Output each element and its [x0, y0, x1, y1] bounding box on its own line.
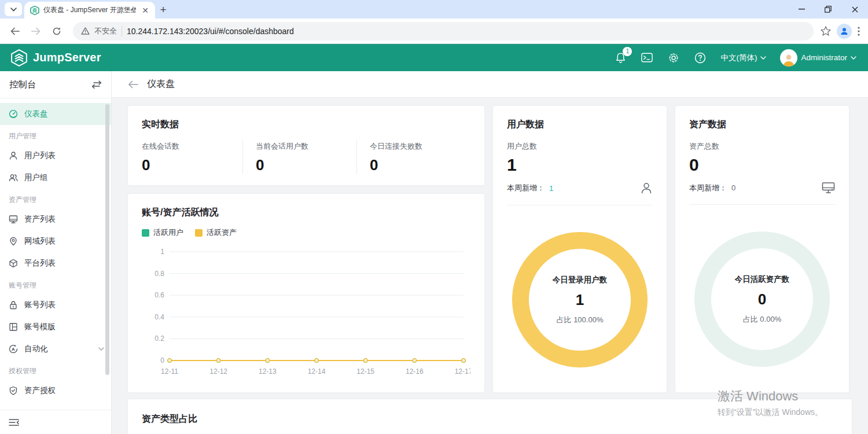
url-text[interactable]: 10.244.172.143:20023/ui/#/console/dashbo…: [127, 27, 294, 36]
legend-item[interactable]: 活跃用户: [142, 227, 183, 238]
sidebar-group-label: 授权管理: [0, 360, 111, 380]
legend-swatch: [142, 229, 149, 237]
security-label[interactable]: 不安全: [94, 26, 122, 36]
automation-icon: A: [9, 344, 18, 354]
sidebar-group-label: 账号管理: [0, 274, 111, 294]
settings-button[interactable]: [667, 52, 680, 64]
stat-value: 0: [370, 156, 470, 174]
tab-close-icon[interactable]: ✕: [140, 6, 150, 15]
sidebar-item-asset-permission[interactable]: 资产授权: [0, 380, 111, 402]
back-button[interactable]: [6, 22, 24, 41]
jumpserver-favicon-icon: [30, 6, 39, 15]
refresh-button[interactable]: [47, 22, 66, 41]
template-icon: [9, 322, 18, 332]
donut-label: 今日活跃资产数: [735, 274, 790, 285]
location-icon: [9, 237, 18, 246]
bookmark-star-icon[interactable]: [821, 26, 831, 36]
dashboard-content: 实时数据 在线会话数 0 当前会话用户数 0: [112, 98, 868, 434]
main-area: 仪表盘 实时数据 在线会话数 0: [112, 71, 868, 434]
sidebar-item-label: 用户组: [24, 172, 48, 183]
svg-text:12-15: 12-15: [356, 367, 374, 376]
asset-donut-chart: 今日活跃资产数 0 占比 0.00%: [689, 231, 835, 367]
legend-item[interactable]: 活跃资产: [195, 227, 237, 238]
sidebar-scrollbar[interactable]: [105, 104, 109, 375]
asset-weekly-row: 本周新增： 0: [689, 182, 835, 205]
notification-badge: 1: [623, 47, 632, 56]
sidebar-item-automation[interactable]: A自动化: [0, 338, 111, 360]
notification-bell-button[interactable]: 1: [614, 52, 627, 64]
window-restore-button[interactable]: [815, 0, 841, 19]
user-icon: [9, 151, 18, 160]
sidebar-menu: 仪表盘用户管理用户列表用户组资产管理资产列表网域列表平台列表账号管理账号列表账号…: [0, 98, 111, 410]
page-title: 仪表盘: [147, 78, 175, 90]
username-label: Administrator: [801, 53, 847, 62]
svg-text:12-14: 12-14: [308, 367, 326, 376]
web-terminal-button[interactable]: [641, 52, 653, 64]
asset-type-card-title: 资产类型占比: [142, 413, 838, 425]
sidebar-item-user-group[interactable]: 用户组: [0, 167, 111, 189]
cube-icon: [9, 259, 18, 268]
browser-tab[interactable]: 仪表盘 - JumpServer 开源堡垒… ✕: [24, 2, 155, 19]
activity-chart-title: 账号/资产活跃情况: [142, 207, 470, 219]
sidebar-header: 控制台: [0, 71, 111, 98]
language-selector[interactable]: 中文(简体): [720, 53, 766, 63]
help-button[interactable]: [694, 52, 707, 64]
stat-online-sessions: 在线会话数 0: [142, 140, 242, 174]
sidebar-item-platform-list[interactable]: 平台列表: [0, 252, 111, 274]
sidebar-item-label: 资产授权: [24, 385, 56, 396]
svg-text:1: 1: [160, 248, 164, 256]
monitor-icon: [9, 215, 18, 224]
minimize-icon: [799, 9, 805, 10]
donut-label: 今日登录用户数: [553, 275, 608, 285]
asset-card-title: 资产数据: [689, 119, 835, 131]
jumpserver-logo-icon: [10, 49, 28, 67]
user-weekly-row: 本周新增： 1: [507, 182, 653, 205]
sidebar-item-label: 平台列表: [24, 258, 56, 269]
collapse-sidebar-icon[interactable]: [9, 418, 19, 426]
gauge-icon: [9, 109, 18, 119]
svg-text:12-13: 12-13: [259, 367, 277, 376]
user-data-card: 用户数据 用户总数 1 本周新增： 1 今日登录用户数: [493, 106, 667, 392]
sidebar-item-asset-list[interactable]: 资产列表: [0, 208, 111, 230]
back-arrow-icon: [10, 27, 20, 35]
stat-current-session-users: 当前会话用户数 0: [242, 140, 356, 174]
sidebar-item-account-list[interactable]: 账号列表: [0, 294, 111, 316]
donut-ratio: 占比 0.00%: [743, 314, 781, 325]
browser-menu-icon[interactable]: [858, 27, 860, 36]
brand[interactable]: JumpServer: [10, 49, 101, 67]
user-avatar: [780, 49, 797, 67]
tab-search-button[interactable]: [5, 2, 22, 16]
asset-weekly-label: 本周新增：: [689, 183, 727, 193]
svg-text:0.4: 0.4: [155, 313, 164, 321]
realtime-data-card: 实时数据 在线会话数 0 当前会话用户数 0: [128, 106, 484, 185]
switch-view-icon[interactable]: [91, 80, 102, 89]
window-controls: [788, 0, 868, 19]
sidebar-item-label: 用户列表: [24, 150, 56, 161]
sidebar-item-account-template[interactable]: 账号模版: [0, 316, 111, 338]
terminal-icon: [641, 53, 653, 62]
forward-arrow-icon: [31, 27, 41, 35]
page-back-icon[interactable]: [128, 80, 138, 89]
donut-value: 1: [576, 291, 584, 309]
restore-icon: [825, 6, 832, 13]
sidebar-item-dashboard[interactable]: 仪表盘: [0, 103, 111, 125]
window-minimize-button[interactable]: [788, 0, 815, 19]
url-bar[interactable]: 不安全 10.244.172.143:20023/ui/#/console/da…: [73, 22, 814, 41]
sidebar-item-label: 账号模版: [24, 322, 56, 332]
user-menu[interactable]: Administrator: [780, 49, 856, 67]
new-tab-button[interactable]: +: [155, 2, 171, 18]
user-weekly-value[interactable]: 1: [549, 184, 553, 193]
browser-profile-avatar[interactable]: [837, 24, 852, 39]
users-icon: [9, 173, 18, 182]
forward-button[interactable]: [27, 22, 45, 41]
svg-text:12-17: 12-17: [455, 367, 470, 376]
svg-text:12-16: 12-16: [406, 367, 424, 376]
sidebar-item-user-list[interactable]: 用户列表: [0, 145, 111, 167]
stat-label: 在线会话数: [142, 141, 242, 152]
legend-label: 活跃资产: [207, 227, 237, 238]
legend-swatch: [195, 229, 203, 237]
window-close-button[interactable]: [841, 0, 868, 19]
activity-line-chart: 00.20.40.60.8112-1112-1212-1312-1412-151…: [142, 247, 470, 379]
stat-failed-connections-today: 今日连接失败数 0: [356, 140, 470, 174]
sidebar-item-domain-list[interactable]: 网域列表: [0, 230, 111, 252]
